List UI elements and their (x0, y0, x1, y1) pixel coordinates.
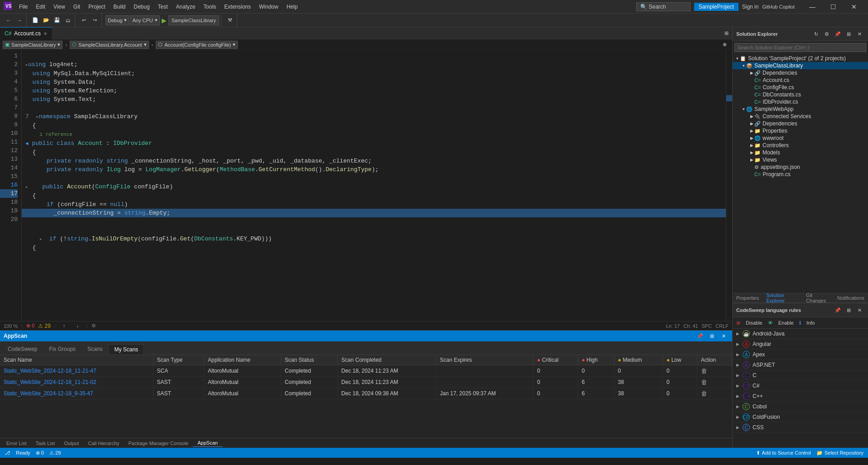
appscan-table-container[interactable]: Scan Name Scan Type Application Name Sca… (0, 355, 732, 438)
undo-button[interactable]: ↩ (79, 15, 89, 25)
tree-models[interactable]: ▶ 📁 Models (733, 149, 868, 156)
delete-button-0[interactable]: 🗑 (701, 367, 707, 374)
tree-idbprovider-cs[interactable]: C= IDbProvider.cs (733, 98, 868, 105)
scan-link-0[interactable]: Static_WebSite_2024-12-18_11-21-47 (4, 368, 96, 374)
tree-samplewebapp[interactable]: ▾ 🌐 SampleWebApp (733, 105, 868, 113)
cell-scan-name-2[interactable]: Static_WebSite_2024-12-18_9-35-47 (0, 388, 153, 399)
tree-account-cs[interactable]: C= Account.cs (733, 77, 868, 84)
tree-appsettings[interactable]: ⚙ appsettings.json (733, 163, 868, 171)
cs-item-css[interactable]: ▶ C CSS (733, 422, 868, 433)
cs-item-coldfusion[interactable]: ▶ CF ColdFusion (733, 412, 868, 422)
cell-action-0[interactable]: 🗑 (697, 365, 732, 377)
class-library-dropdown[interactable]: ▣ SampleClassLibrary ▾ (3, 41, 62, 49)
maximize-button[interactable]: ☐ (823, 0, 844, 14)
error-status[interactable]: ⊗ 0 (35, 450, 45, 456)
cs-item-c[interactable]: ▶ C C (733, 370, 868, 381)
se-close-button[interactable]: ✕ (854, 29, 864, 39)
warning-status[interactable]: ⚠ 29 (48, 450, 62, 456)
minimize-button[interactable]: — (802, 0, 823, 14)
cs-close-button[interactable]: ✕ (854, 305, 864, 315)
cs-enable-button[interactable]: Enable (777, 319, 796, 326)
search-box[interactable]: 🔍 Search (636, 2, 691, 11)
add-source-control[interactable]: ⬆ Add to Source Control (755, 450, 812, 456)
cs-item-csharp[interactable]: ▶ C# C# (733, 381, 868, 391)
tree-connected-services[interactable]: ▶ 🔌 Connected Services (733, 113, 868, 120)
tree-dbconstants-cs[interactable]: C= DbConstants.cs (733, 91, 868, 98)
appscan-pin-button[interactable]: 📌 (695, 331, 705, 341)
tab-scans[interactable]: Scans (82, 344, 108, 355)
menu-git[interactable]: Git (70, 3, 84, 11)
tree-properties[interactable]: ▶ 📁 Properties (733, 127, 868, 134)
cs-item-apex[interactable]: ▶ A Apex (733, 350, 868, 360)
save-all-button[interactable]: 🗂 (63, 15, 73, 25)
menu-help[interactable]: Help (283, 3, 302, 11)
tab-codesweep[interactable]: CodeSweep (2, 344, 43, 355)
forward-button[interactable]: → (14, 15, 24, 25)
tree-configfile-cs[interactable]: C= ConfigFile.cs (733, 84, 868, 91)
se-float-button[interactable]: ⊞ (844, 29, 854, 39)
open-file-button[interactable]: 📂 (41, 15, 51, 25)
debug-config-dropdown[interactable]: Debug▾ (106, 15, 129, 25)
account-class-dropdown[interactable]: ⬡ SampleClassLibrary.Account ▾ (70, 41, 149, 49)
cs-disable-button[interactable]: Disable (744, 319, 764, 326)
cell-action-1[interactable]: 🗑 (697, 377, 732, 388)
menu-file[interactable]: File (15, 3, 31, 11)
tree-program-cs[interactable]: C= Program.cs (733, 171, 868, 178)
tab-call-hierarchy[interactable]: Call Hierarchy (83, 440, 124, 447)
prop-tab-git-changes[interactable]: Git Changes (804, 292, 832, 304)
build-button[interactable]: ⚒ (225, 15, 235, 25)
menu-tools[interactable]: Tools (200, 3, 220, 11)
navigate-down[interactable]: ↓ (73, 321, 83, 331)
error-count[interactable]: ⊗ 0 (26, 323, 34, 329)
tab-error-list[interactable]: Error List (2, 440, 31, 447)
delete-button-1[interactable]: 🗑 (701, 379, 707, 386)
menu-view[interactable]: View (50, 3, 69, 11)
se-pin-button[interactable]: 📌 (833, 29, 843, 39)
tree-dependencies-scl[interactable]: ▶ 🔗 Dependencies (733, 69, 868, 77)
run-config[interactable]: SampleClassLibrary (168, 15, 219, 25)
cs-item-cpp[interactable]: ▶ C+ C++ (733, 391, 868, 402)
cell-action-2[interactable]: 🗑 (697, 388, 732, 399)
cs-pin-button[interactable]: 📌 (833, 305, 843, 315)
save-button[interactable]: 💾 (52, 15, 62, 25)
split-editor-button[interactable]: ⊞ (721, 29, 731, 38)
redo-button[interactable]: ↪ (90, 15, 100, 25)
sign-in-button[interactable]: Sign in (742, 4, 759, 10)
tab-task-list[interactable]: Task List (31, 440, 60, 447)
tree-controllers[interactable]: ▶ 📁 Controllers (733, 142, 868, 149)
menu-test[interactable]: Test (154, 3, 172, 11)
solution-root[interactable]: ▾ 📋 Solution 'SampleProject' (2 of 2 pro… (733, 55, 868, 62)
tree-sampleclasslibrary[interactable]: ▾ 📦 SampleClassLibrary (733, 62, 868, 69)
code-content[interactable]: ▸using log4net; using MySql.Data.MySqlCl… (22, 50, 726, 321)
zoom-level[interactable]: 100 % (4, 323, 18, 329)
menu-extensions[interactable]: Extensions (221, 3, 254, 11)
run-button[interactable]: ▶ (161, 16, 168, 25)
editor-tab-account[interactable]: C# Account.cs ✕ (0, 27, 52, 40)
cs-list[interactable]: ▶ ☕ Android-Java ▶ A Angular ▶ A Apex ▶ … (733, 329, 868, 448)
warning-count[interactable]: ⚠ 29 (38, 323, 51, 329)
prop-tab-notifications[interactable]: Notifications (835, 294, 866, 302)
tab-close-button[interactable]: ✕ (43, 31, 47, 36)
menu-window[interactable]: Window (255, 3, 282, 11)
back-button[interactable]: ← (4, 15, 14, 25)
git-branch[interactable]: ⎇ (4, 450, 11, 456)
github-copilot[interactable]: GitHub Copilot (762, 4, 795, 10)
menu-build[interactable]: Build (110, 3, 129, 11)
format-icon[interactable]: ⚙ (91, 323, 96, 329)
delete-button-2[interactable]: 🗑 (701, 390, 707, 397)
tab-fix-groups[interactable]: Fix Groups (43, 344, 82, 355)
cs-item-android-java[interactable]: ▶ ☕ Android-Java (733, 329, 868, 339)
method-dropdown[interactable]: ⬡ Account(ConfigFile configFile) ▾ (156, 41, 238, 49)
menu-edit[interactable]: Edit (32, 3, 49, 11)
cs-float-button[interactable]: ⊞ (844, 305, 854, 315)
scan-link-1[interactable]: Static_WebSite_2024-12-18_11-21-02 (4, 379, 96, 385)
cs-item-cobol[interactable]: ▶ C Cobol (733, 402, 868, 412)
new-file-button[interactable]: 📄 (30, 15, 40, 25)
platform-dropdown[interactable]: Any CPU▾ (130, 15, 159, 25)
appscan-float-button[interactable]: ⊞ (707, 331, 717, 341)
tree-wwwroot[interactable]: ▶ 🌐 wwwroot (733, 134, 868, 142)
se-properties-button[interactable]: ⚙ (822, 29, 832, 39)
appscan-close-button[interactable]: ✕ (719, 331, 729, 341)
cell-scan-name-1[interactable]: Static_WebSite_2024-12-18_11-21-02 (0, 377, 153, 388)
expand-button[interactable]: ⊕ (719, 40, 729, 50)
